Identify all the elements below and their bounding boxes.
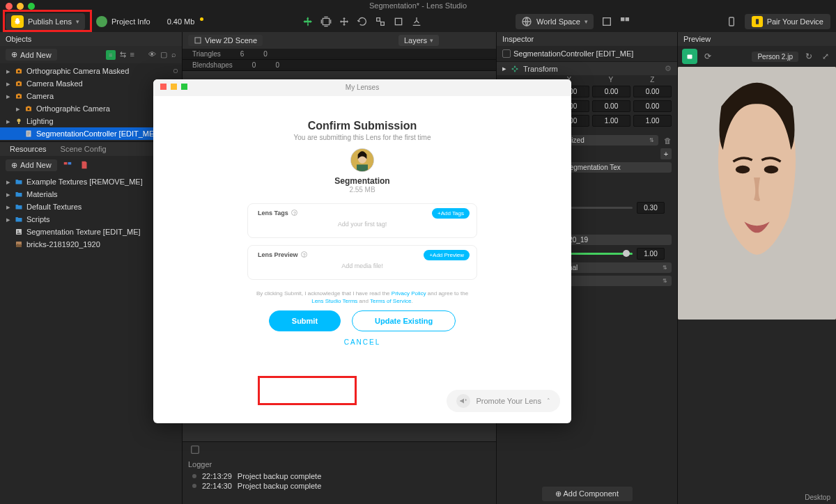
resource-label: Scripts — [26, 215, 50, 223]
alpha2-value[interactable]: 1.00 — [637, 248, 665, 260]
expand-arrow-icon: ▸ — [6, 215, 11, 224]
resource-new-file-icon[interactable] — [78, 159, 91, 171]
log-bullet-icon — [192, 484, 196, 488]
tab-scene-config[interactable]: Scene Config — [54, 142, 114, 156]
chevron-down-icon: ▾ — [585, 18, 588, 25]
svg-rect-14 — [63, 162, 67, 165]
light-icon — [14, 116, 24, 126]
resources-add-new-button[interactable]: ⊕ Add New — [6, 159, 57, 171]
z-input[interactable]: 1.00 — [633, 115, 672, 127]
grid-tool-icon[interactable] — [617, 14, 633, 29]
add-preview-button[interactable]: +Add Preview — [424, 250, 470, 260]
z-input[interactable]: 0.00 — [633, 100, 672, 112]
trash-icon[interactable]: 🗑 — [664, 136, 672, 145]
terms-of-service-link[interactable]: Terms of Service — [370, 298, 412, 304]
objects-add-new-button[interactable]: ⊕ Add New — [6, 49, 57, 61]
promote-lens-button[interactable]: Promote Your Lens ˄ — [447, 390, 560, 412]
pair-device-button[interactable]: Pair Your Device — [745, 14, 830, 29]
modal-heading: Confirm Submission — [308, 120, 417, 132]
megaphone-icon — [456, 394, 470, 408]
add-component-button[interactable]: ⊕ Add Component — [542, 487, 633, 501]
lens-preview-card: Lens Preview ? +Add Preview Add media fi… — [247, 245, 477, 280]
snap-tool-icon[interactable] — [599, 14, 614, 29]
local-tool-icon[interactable] — [409, 14, 424, 29]
device-preview-icon[interactable] — [724, 14, 739, 29]
objects-panel-header: Objects — [0, 32, 182, 46]
help-icon[interactable]: ? — [291, 210, 297, 216]
layers-label: Layers — [404, 36, 427, 45]
transform-tools-group — [300, 14, 424, 29]
layers-dropdown[interactable]: Layers ▾ — [398, 35, 439, 46]
object-row-0[interactable]: ▸Orthographic Camera Masked — [0, 65, 182, 77]
svg-rect-4 — [625, 17, 628, 21]
scale-tool-icon[interactable] — [373, 14, 388, 29]
project-info-button[interactable]: Project Info — [91, 14, 156, 29]
y-input[interactable]: 1.00 — [592, 115, 630, 127]
submit-button[interactable]: Submit — [269, 310, 341, 331]
lens-avatar — [350, 148, 374, 172]
preview-refresh-icon[interactable]: ↻ — [803, 50, 815, 63]
svg-point-23 — [736, 166, 750, 173]
publish-lens-button[interactable]: Publish Lens ▾ — [6, 13, 85, 30]
log-message: Project backup complete — [238, 472, 321, 480]
privacy-policy-link[interactable]: Privacy Policy — [392, 290, 426, 297]
preview-media-name[interactable]: Person 2.jp — [752, 52, 798, 62]
scene-icon — [194, 36, 202, 45]
viewport-stats: Triangles60 — [183, 49, 496, 60]
preview-placeholder: Add media file! — [258, 262, 467, 269]
y-input[interactable]: 0.00 — [592, 100, 630, 112]
modal-close-icon[interactable] — [160, 84, 167, 90]
preview-reset-icon[interactable]: ⟳ — [702, 50, 714, 63]
svg-point-7 — [18, 70, 20, 72]
view-2d-scene-button[interactable]: View 2D Scene — [188, 35, 263, 46]
status-dot-icon — [173, 69, 178, 73]
modal-traffic-lights[interactable] — [160, 84, 187, 90]
resource-label: Default Textures — [26, 203, 82, 211]
resource-filter-icon[interactable] — [61, 159, 74, 171]
list-view-icon[interactable]: ≡ — [106, 50, 116, 60]
y-input[interactable]: 0.00 — [592, 86, 630, 97]
cancel-button[interactable]: CANCEL — [344, 338, 381, 346]
object-label: SegmentationController [EDIT_ME] — [36, 129, 156, 138]
eye-icon[interactable]: 👁 — [148, 50, 156, 60]
image-icon — [14, 239, 24, 249]
visibility-icon[interactable]: ▢ — [160, 50, 167, 60]
help-icon[interactable]: ? — [301, 251, 307, 258]
enabled-checkbox[interactable] — [502, 49, 511, 58]
search-icon[interactable]: ⌕ — [171, 50, 176, 60]
logger-settings-icon[interactable] — [189, 444, 201, 455]
transform-icon — [511, 65, 519, 73]
move-tool-icon[interactable] — [318, 14, 334, 29]
rect-tool-icon[interactable] — [391, 14, 406, 29]
update-existing-button[interactable]: Update Existing — [352, 310, 456, 331]
blendshapes-value-2: 0 — [275, 61, 279, 69]
preview-capture-button[interactable] — [682, 49, 697, 64]
transform-section-header[interactable]: ▸ Transform ⚙ — [497, 61, 677, 75]
project-info-label: Project Info — [111, 17, 150, 26]
chevron-up-icon: ˄ — [547, 397, 550, 404]
tab-resources[interactable]: Resources — [3, 142, 54, 156]
add-tags-button[interactable]: +Add Tags — [432, 208, 470, 219]
add-button[interactable]: + — [660, 148, 672, 159]
modal-subheading: You are submitting this Lens for the fir… — [294, 134, 431, 141]
lens-size: 2.55 MB — [349, 186, 375, 194]
modal-maximize-icon[interactable] — [181, 84, 187, 90]
gear-icon[interactable]: ⚙ — [665, 64, 672, 73]
expand-arrow-icon: ▸ — [6, 178, 11, 187]
alpha1-value[interactable]: 0.30 — [637, 202, 665, 214]
logger-header: Logger — [183, 457, 496, 471]
expand-arrow-icon: ▸ — [6, 79, 11, 88]
world-space-dropdown[interactable]: World Space ▾ — [516, 14, 594, 29]
z-input[interactable]: 0.00 — [633, 86, 672, 97]
filter-icon[interactable]: ⇆ — [120, 50, 126, 60]
preview-expand-icon[interactable]: ⤢ — [819, 50, 832, 63]
lens-studio-terms-link[interactable]: Lens Studio Terms — [311, 298, 357, 304]
rotate-tool-icon[interactable] — [355, 14, 370, 29]
arrows-tool-icon[interactable] — [336, 14, 352, 29]
log-line-1: 22:14:30Project backup complete — [183, 481, 496, 491]
sort-icon[interactable]: ≡ — [130, 50, 134, 60]
pan-tool-icon[interactable] — [300, 14, 316, 29]
chevron-down-icon: ▾ — [430, 37, 433, 44]
object-label: Camera Masked — [26, 79, 83, 88]
modal-minimize-icon[interactable] — [171, 84, 177, 90]
